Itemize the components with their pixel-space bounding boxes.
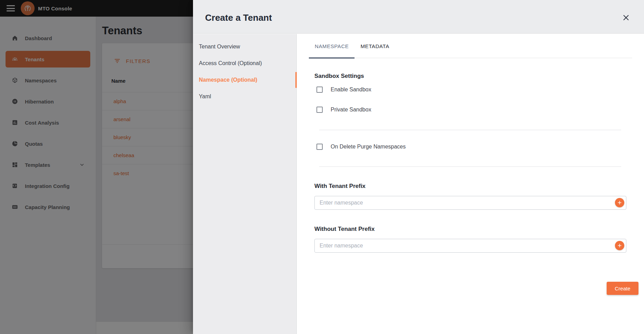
drawer-nav-label: Access Control (Optional) <box>199 60 262 66</box>
drawer-nav-namespace[interactable]: Namespace (Optional) <box>193 72 296 88</box>
on-delete-purge-checkbox[interactable] <box>316 144 323 150</box>
checkbox-label: Private Sandbox <box>331 107 371 113</box>
with-prefix-namespace-input[interactable] <box>314 196 626 210</box>
tab-namespace[interactable]: NAMESPACE <box>309 34 355 58</box>
add-without-prefix-namespace-button[interactable] <box>615 241 624 250</box>
without-tenant-prefix-label: Without Tenant Prefix <box>314 226 375 233</box>
add-with-prefix-namespace-button[interactable] <box>615 198 624 207</box>
with-tenant-prefix-field <box>314 196 626 210</box>
close-icon[interactable] <box>621 13 631 22</box>
private-sandbox-row: Private Sandbox <box>316 107 371 113</box>
on-delete-purge-row: On Delete Purge Namespaces <box>316 144 406 150</box>
drawer-title: Create a Tenant <box>205 12 272 23</box>
enable-sandbox-row: Enable Sandbox <box>316 87 371 93</box>
checkbox-label: On Delete Purge Namespaces <box>331 144 406 150</box>
drawer-nav-yaml[interactable]: Yaml <box>193 88 296 105</box>
sandbox-settings-heading: Sandbox Settings <box>314 73 364 80</box>
drawer-body: Tenant Overview Access Control (Optional… <box>193 34 644 334</box>
drawer-content: NAMESPACE METADATA Sandbox Settings Enab… <box>297 34 644 334</box>
tabs-row: NAMESPACE METADATA <box>309 34 632 58</box>
enable-sandbox-checkbox[interactable] <box>316 87 323 93</box>
drawer-header: Create a Tenant <box>193 0 644 34</box>
plus-icon <box>617 200 622 205</box>
create-tenant-drawer: Create a Tenant Tenant Overview Access C… <box>193 0 644 334</box>
with-tenant-prefix-label: With Tenant Prefix <box>314 183 366 190</box>
screen: MTO Console Dashboard Tenants Namespaces <box>0 0 644 334</box>
drawer-nav: Tenant Overview Access Control (Optional… <box>193 34 297 334</box>
drawer-nav-label: Yaml <box>199 93 211 100</box>
create-button[interactable]: Create <box>607 282 638 295</box>
drawer-nav-label: Tenant Overview <box>199 44 240 50</box>
plus-icon <box>617 243 622 248</box>
private-sandbox-checkbox[interactable] <box>316 107 323 113</box>
divider <box>319 166 621 167</box>
divider <box>319 130 621 130</box>
drawer-nav-access-control[interactable]: Access Control (Optional) <box>193 55 296 72</box>
drawer-nav-label: Namespace (Optional) <box>199 77 257 83</box>
drawer-nav-tenant-overview[interactable]: Tenant Overview <box>193 38 296 55</box>
tab-metadata[interactable]: METADATA <box>355 34 395 58</box>
checkbox-label: Enable Sandbox <box>331 87 371 93</box>
without-tenant-prefix-field <box>314 239 626 253</box>
without-prefix-namespace-input[interactable] <box>314 239 626 253</box>
